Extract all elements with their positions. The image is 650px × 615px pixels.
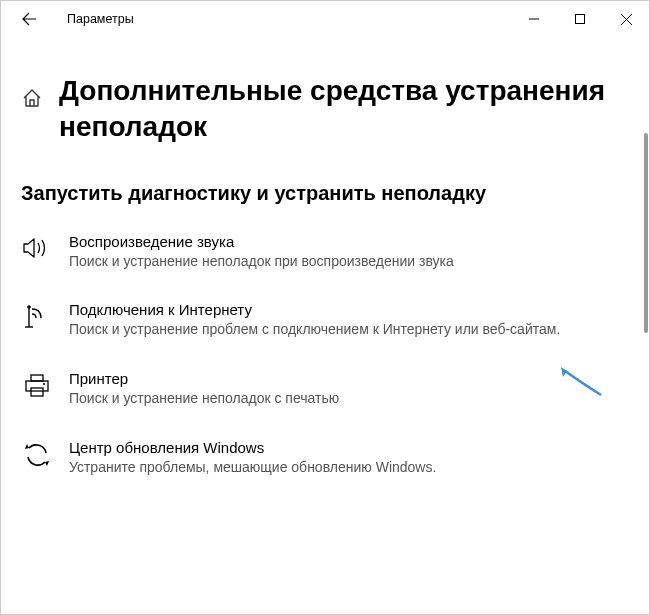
troubleshooter-text: Центр обновления Windows Устраните пробл… [69,439,629,478]
close-button[interactable] [603,3,649,35]
minimize-button[interactable] [511,3,557,35]
troubleshooter-title: Принтер [69,370,629,387]
troubleshooter-windows-update[interactable]: Центр обновления Windows Устраните пробл… [21,439,629,478]
troubleshooter-desc: Поиск и устранение проблем с подключение… [69,320,629,340]
troubleshooter-desc: Устраните проблемы, мешающие обновлению … [69,458,629,478]
troubleshooter-list: Воспроизведение звука Поиск и устранение… [21,233,629,477]
update-icon [21,441,53,469]
troubleshooter-printer[interactable]: Принтер Поиск и устранение неполадок с п… [21,370,629,409]
svg-point-10 [43,383,45,385]
troubleshooter-internet[interactable]: Подключения к Интернету Поиск и устранен… [21,301,629,340]
svg-rect-7 [31,375,43,381]
close-icon [621,14,632,25]
section-heading: Запустить диагностику и устранить непола… [21,182,629,205]
arrow-left-icon [21,11,37,27]
minimize-icon [529,14,539,24]
audio-icon [21,235,53,261]
page-title: Дополнительные средства устранения непол… [59,73,629,146]
troubleshooter-text: Принтер Поиск и устранение неполадок с п… [69,370,629,409]
content: Дополнительные средства устранения непол… [1,37,649,487]
svg-rect-9 [31,388,43,396]
troubleshooter-title: Воспроизведение звука [69,233,629,250]
scrollbar[interactable] [644,133,648,333]
maximize-button[interactable] [557,3,603,35]
titlebar: Параметры [1,1,649,37]
troubleshooter-desc: Поиск и устранение неполадок при воспрои… [69,252,629,272]
troubleshooter-audio[interactable]: Воспроизведение звука Поиск и устранение… [21,233,629,272]
troubleshooter-title: Центр обновления Windows [69,439,629,456]
troubleshooter-text: Подключения к Интернету Поиск и устранен… [69,301,629,340]
home-icon [21,87,43,109]
home-button[interactable] [21,87,43,113]
troubleshooter-desc: Поиск и устранение неполадок с печатью [69,389,629,409]
svg-rect-8 [26,381,48,391]
printer-icon [21,372,53,400]
window-controls [511,3,649,35]
svg-point-6 [27,306,31,310]
window-title: Параметры [67,12,134,26]
wifi-icon [21,303,53,331]
troubleshooter-text: Воспроизведение звука Поиск и устранение… [69,233,629,272]
back-button[interactable] [15,5,43,33]
svg-rect-1 [576,15,585,24]
troubleshooter-title: Подключения к Интернету [69,301,629,318]
maximize-icon [575,14,585,24]
page-header: Дополнительные средства устранения непол… [21,73,629,146]
